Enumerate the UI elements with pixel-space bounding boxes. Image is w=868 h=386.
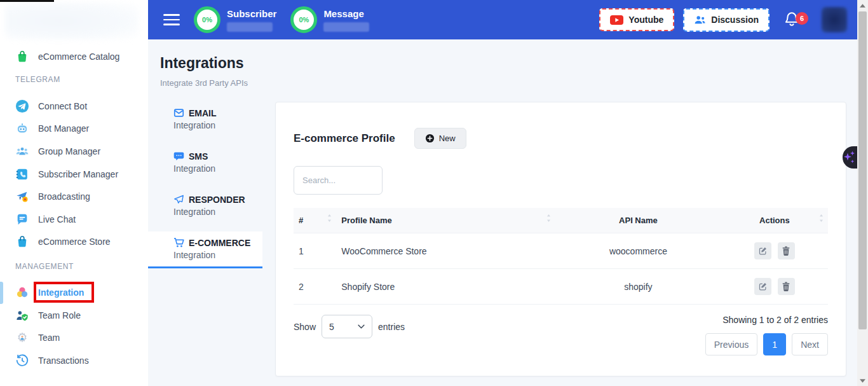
edit-button[interactable] [754,278,771,295]
plus-circle-icon [425,134,435,143]
tab-sublabel: Integration [173,250,262,260]
new-button-label: New [439,134,456,143]
delete-button[interactable] [778,278,795,295]
table-row: 1 WooCommerce Store woocommerce [294,233,828,269]
sidebar-item-label: Team Role [38,310,81,321]
sort-icon[interactable] [546,214,552,222]
search-input[interactable] [294,166,383,195]
group-icon [15,144,29,158]
robot-icon [15,121,29,135]
integration-circles-icon [15,286,29,300]
discussion-button[interactable]: Discussion [683,8,770,32]
tab-label: EMAIL [189,108,217,118]
sidebar-section-telegram: TELEGRAM [15,75,60,84]
email-icon [173,107,184,118]
team-gear-icon [15,331,29,345]
edit-button[interactable] [754,242,771,259]
tab-email-integration[interactable]: EMAIL Integration [148,102,262,137]
next-page-button[interactable]: Next [792,333,828,355]
tab-sublabel: Integration [173,163,262,174]
menu-toggle-icon[interactable] [163,14,180,25]
page-size-control: Show 5 entries [294,315,405,338]
sidebar-item-bot-manager[interactable]: Bot Manager [0,119,148,138]
shopping-bag-icon [15,50,29,64]
sidebar-item-connect-bot[interactable]: Connect Bot [0,97,148,116]
show-label: Show [294,322,316,332]
sidebar: eCommerce Catalog TELEGRAM Connect Bot B… [0,0,148,386]
sort-icon[interactable] [327,214,332,222]
previous-page-button[interactable]: Previous [705,333,757,355]
scroll-up-arrow[interactable] [857,0,868,11]
header-actions: Youtube Discussion 6 [599,7,857,32]
telegram-icon [15,99,29,113]
app-window: eCommerce Catalog TELEGRAM Connect Bot B… [0,0,868,386]
row-actions [721,269,828,305]
page-1-button[interactable]: 1 [763,333,786,355]
scroll-down-arrow[interactable] [857,375,868,386]
pagination: Previous 1 Next [705,333,828,355]
column-header-number[interactable]: # [294,208,336,233]
sidebar-item-ecommerce-store[interactable]: eCommerce Store [0,232,148,251]
profile-name-cell: Shopify Store [336,269,555,305]
card-title: E-commerce Profile [294,132,395,145]
delete-button[interactable] [778,242,795,259]
youtube-button[interactable]: Youtube [599,8,674,31]
discussion-button-label: Discussion [711,15,759,25]
window-edge-artifact [0,0,54,2]
trash-icon [782,246,790,256]
sidebar-item-subscriber-manager[interactable]: Subscriber Manager [0,165,148,184]
table-info-text: Showing 1 to 2 of 2 entries [722,315,828,325]
sidebar-item-integration[interactable]: Integration [0,283,148,302]
sidebar-item-label: Connect Bot [38,101,87,111]
tab-responder-integration[interactable]: RESPONDER Integration [148,188,262,223]
chevron-down-icon [358,324,365,329]
scrollbar-thumb[interactable] [858,11,867,329]
tab-sms-integration[interactable]: SMS Integration [148,145,262,180]
notifications-button[interactable]: 6 [783,10,803,29]
subscriber-usage-stat: 0% Subscriber [194,6,276,33]
shopping-cart-icon [173,237,184,248]
sidebar-item-broadcasting[interactable]: Broadcasting [0,187,148,206]
tab-ecommerce-integration[interactable]: E-COMMERCE Integration [148,231,262,268]
sidebar-item-label: Broadcasting [38,191,90,202]
ai-assistant-button[interactable] [843,146,857,169]
youtube-button-label: Youtube [628,15,663,25]
broadcast-icon [15,190,29,203]
column-header-actions[interactable]: Actions [721,208,828,233]
sidebar-item-label: Team [38,333,60,343]
sidebar-item-ecommerce-catalog[interactable]: eCommerce Catalog [0,47,148,66]
table-row: 2 Shopify Store shopify [294,269,828,305]
sidebar-item-live-chat[interactable]: Live Chat [0,210,148,229]
app-logo [5,3,139,39]
page-size-select[interactable]: 5 [322,315,372,338]
sidebar-item-label: Integration [38,287,84,298]
sidebar-item-label: Live Chat [38,214,76,224]
column-header-api-name[interactable]: API Name [555,208,721,233]
sparkles-icon [843,146,857,169]
sidebar-item-team-role[interactable]: Team Role [0,306,148,325]
message-progress-ring: 0% [290,6,317,33]
sidebar-section-management: MANAGEMENT [15,262,74,271]
column-header-profile-name[interactable]: Profile Name [336,208,555,233]
api-name-cell: woocommerce [555,233,721,269]
profiles-table: # Profile Name API Name [294,208,828,305]
sort-icon[interactable] [818,214,824,222]
store-bag-icon [15,235,29,249]
subscriber-progress-ring: 0% [194,6,220,33]
message-stat-value-redacted [323,22,369,32]
trash-icon [782,282,790,291]
new-profile-button[interactable]: New [414,128,466,149]
profile-name-cell: WooCommerce Store [336,233,555,269]
tab-label: RESPONDER [189,195,245,205]
browser-scrollbar[interactable] [857,0,868,386]
discussion-people-icon [694,15,706,25]
contacts-phone-icon [15,167,29,181]
row-actions [721,233,828,269]
sidebar-item-team[interactable]: Team [0,328,148,347]
tab-sublabel: Integration [173,207,262,217]
user-avatar[interactable] [822,7,847,32]
paper-plane-icon [173,194,184,205]
sidebar-item-transactions[interactable]: Transactions [0,351,148,370]
sidebar-item-group-manager[interactable]: Group Manager [0,142,148,161]
subscriber-stat-value-redacted [227,22,273,32]
